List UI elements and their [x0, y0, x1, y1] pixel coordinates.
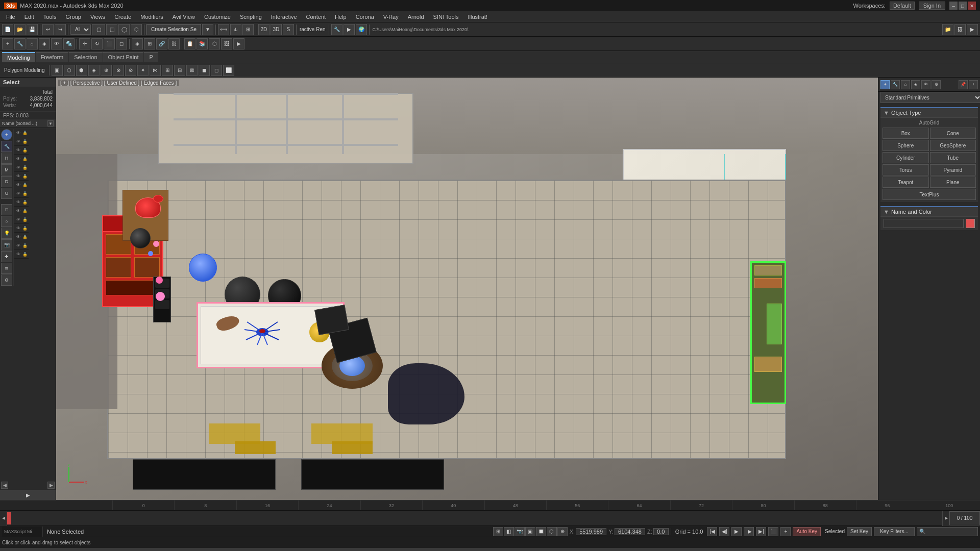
menu-sini[interactable]: SINI Tools	[429, 13, 463, 21]
obj-props-btn[interactable]: 📋	[184, 38, 195, 49]
menu-views[interactable]: Views	[86, 13, 109, 21]
rp-util-icon[interactable]: ⚙	[932, 80, 941, 89]
vp-mode-1[interactable]: ⊞	[493, 527, 503, 536]
render-btn[interactable]: ▶	[344, 24, 355, 35]
menu-file[interactable]: File	[2, 13, 19, 21]
tab-selection[interactable]: Selection	[69, 52, 102, 62]
pm-btn1[interactable]: ▣	[52, 65, 63, 76]
workspace-value[interactable]: Default	[890, 2, 915, 10]
matl-editor-btn[interactable]: ⬡	[209, 38, 220, 49]
new-file-btn[interactable]: 📄	[2, 24, 13, 35]
pm-btn8[interactable]: ✦	[137, 65, 149, 76]
next-frame-btn[interactable]: |▶	[744, 527, 754, 536]
eye-icon-12[interactable]: 👁	[15, 226, 21, 232]
menu-group[interactable]: Group	[61, 13, 85, 21]
render-prod-btn[interactable]: ▶	[967, 24, 978, 35]
select-rotate-btn[interactable]: ↻	[91, 38, 103, 49]
menu-arnold[interactable]: Arnold	[404, 13, 428, 21]
pm-btn10[interactable]: ⊞	[162, 65, 173, 76]
eye-icon-14[interactable]: 👁	[15, 243, 21, 249]
select-filter[interactable]: All	[70, 24, 91, 35]
menu-illust[interactable]: Illustrat!	[463, 13, 492, 21]
select-region-rect[interactable]: ⬚	[106, 24, 117, 35]
utility-tab-btn[interactable]: 🔩	[63, 38, 75, 49]
eye-icon-3[interactable]: 👁	[15, 147, 21, 154]
scene-play-btn[interactable]: ▶	[0, 490, 56, 500]
key-mode-btn[interactable]: ⬛	[768, 527, 778, 536]
motion-icon[interactable]: M	[1, 164, 12, 176]
env-btn[interactable]: 🌍	[356, 24, 367, 35]
goto-end-btn[interactable]: ▶|	[756, 527, 766, 536]
render-frame2-btn[interactable]: 🖼	[221, 38, 232, 49]
snap-3d-btn[interactable]: 3D	[271, 24, 282, 35]
render-setup-btn[interactable]: 🔧	[331, 24, 342, 35]
snap-toggle[interactable]: S	[283, 24, 294, 35]
pm-btn5[interactable]: ⊕	[101, 65, 112, 76]
object-name-input[interactable]	[884, 219, 964, 228]
pyramid-btn[interactable]: Pyramid	[930, 164, 976, 176]
redo-btn[interactable]: ↪	[55, 24, 66, 35]
eye-icon-8[interactable]: 👁	[15, 191, 21, 197]
eye-icon-2[interactable]: 👁	[15, 139, 21, 145]
textplus-btn[interactable]: TextPlus	[883, 189, 976, 200]
menu-edit[interactable]: Edit	[20, 13, 38, 21]
set-key-btn[interactable]: Set Key	[847, 527, 872, 536]
filter-system-icon[interactable]: ⚙	[1, 274, 12, 286]
filter-helper-icon[interactable]: ✚	[1, 251, 12, 262]
save-btn[interactable]: 💾	[27, 24, 38, 35]
eye-icon-1[interactable]: 👁	[15, 130, 21, 136]
create-sel-dropdown[interactable]: ▼	[202, 24, 213, 35]
filter-geo-icon[interactable]: □	[1, 204, 12, 215]
pm-btn12[interactable]: ⊠	[186, 65, 198, 76]
select-region-circle[interactable]: ◯	[118, 24, 130, 35]
quick-render-btn[interactable]: ▶	[233, 38, 244, 49]
pm-btn4[interactable]: ◈	[88, 65, 100, 76]
pm-btn11[interactable]: ⊟	[174, 65, 185, 76]
vp-mode-5[interactable]: 🔲	[536, 527, 546, 536]
rp-modify-icon[interactable]: 🔧	[891, 80, 900, 89]
filter-shape-icon[interactable]: ○	[1, 216, 12, 227]
sphere-btn[interactable]: Sphere	[883, 140, 929, 151]
play-btn[interactable]: ▶	[731, 527, 742, 536]
menu-modifiers[interactable]: Modifiers	[136, 13, 167, 21]
create-selection-btn[interactable]: Create Selection Se	[146, 24, 201, 35]
pm-btn15[interactable]: ⬜	[223, 65, 234, 76]
close-button[interactable]: ✕	[968, 2, 976, 10]
tab-freeform[interactable]: Freeform	[36, 52, 69, 62]
isolate-btn[interactable]: ◈	[132, 38, 143, 49]
scroll-left-btn[interactable]: ◀	[1, 482, 8, 489]
goto-start-btn[interactable]: |◀	[707, 527, 717, 536]
lock-icon-7[interactable]: 🔒	[22, 182, 28, 188]
color-swatch[interactable]	[966, 219, 975, 228]
create-icon[interactable]: ✦	[1, 129, 12, 140]
layer-btn[interactable]: 📚	[197, 38, 208, 49]
menu-corona[interactable]: Corona	[352, 13, 378, 21]
select-region-fence[interactable]: ⬡	[131, 24, 142, 35]
pm-btn2[interactable]: ⬡	[64, 65, 75, 76]
menu-scripting[interactable]: Scripting	[236, 13, 266, 21]
tab-p[interactable]: P	[144, 52, 158, 62]
render-frame-btn[interactable]: 🖼	[954, 24, 966, 35]
maximize-button[interactable]: □	[959, 2, 967, 10]
teapot-btn[interactable]: Teapot	[883, 177, 929, 188]
pm-btn3[interactable]: ⬢	[76, 65, 87, 76]
eye-icon-6[interactable]: 👁	[15, 173, 21, 180]
tab-modeling[interactable]: Modeling	[2, 52, 35, 62]
vp-mode-7[interactable]: ⊕	[557, 527, 568, 536]
motion-tab-btn[interactable]: ◈	[39, 38, 50, 49]
minimize-button[interactable]: –	[949, 2, 958, 10]
lock-icon-2[interactable]: 🔒	[22, 139, 28, 145]
align-view-btn[interactable]: ⊞	[242, 24, 254, 35]
lock-icon-1[interactable]: 🔒	[22, 130, 28, 136]
plane-btn[interactable]: Plane	[930, 177, 976, 188]
object-type-header[interactable]: ▼ Object Type	[880, 108, 978, 118]
primitives-dropdown[interactable]: Standard Primitives	[880, 92, 980, 103]
timeline-left-btn[interactable]: ◀	[0, 511, 7, 526]
hierarchy-icon[interactable]: H	[1, 153, 12, 164]
pm-btn7[interactable]: ⊘	[125, 65, 136, 76]
hide-unsel-btn[interactable]: ⊞	[144, 38, 155, 49]
cone-btn[interactable]: Cone	[930, 128, 976, 139]
eye-icon-13[interactable]: 👁	[15, 234, 21, 240]
timeline-right-btn[interactable]: ▶	[942, 511, 949, 526]
pm-btn13[interactable]: ◼	[199, 65, 210, 76]
